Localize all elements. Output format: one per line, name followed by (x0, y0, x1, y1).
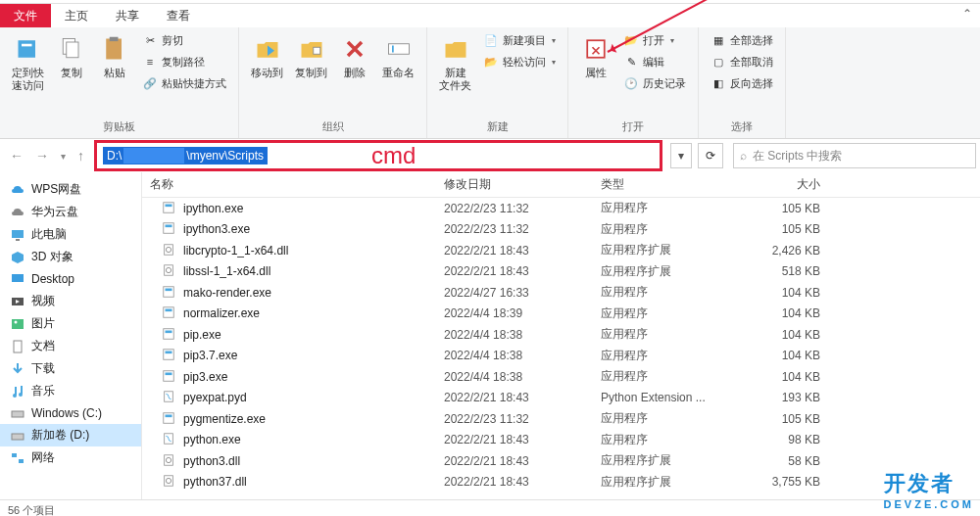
sidebar-item-label: 华为云盘 (31, 204, 78, 220)
delete-button[interactable]: 删除 (333, 29, 376, 83)
col-date[interactable]: 修改日期 (436, 176, 593, 193)
sidebar-item-label: 新加卷 (D:) (31, 427, 89, 444)
table-row[interactable]: ipython3.exe 2022/2/23 11:32 应用程序 105 KB (142, 219, 980, 241)
table-row[interactable]: pyexpat.pyd 2022/2/21 18:43 Python Exten… (142, 388, 980, 409)
sidebar-item[interactable]: 下载 (0, 357, 141, 380)
file-type: 应用程序 (593, 410, 730, 427)
history-icon: 🕑 (623, 75, 639, 91)
table-row[interactable]: python3.dll 2022/2/21 18:43 应用程序扩展 58 KB (142, 450, 980, 472)
file-date: 2022/2/23 11:32 (436, 202, 593, 215)
sidebar-item-label: 视频 (31, 293, 55, 309)
newfolder-button[interactable]: 新建 文件夹 (433, 29, 477, 96)
sidebar-item[interactable]: 文档 (0, 335, 141, 357)
sidebar-item[interactable]: 此电脑 (0, 223, 141, 246)
sidebar-item[interactable]: 音乐 (0, 380, 141, 402)
file-date: 2022/4/4 18:38 (436, 349, 593, 362)
sidebar-item-label: Desktop (31, 272, 74, 286)
group-select-label: 选择 (705, 117, 779, 136)
search-icon: ⌕ (740, 149, 747, 163)
table-row[interactable]: libcrypto-1_1-x64.dll 2022/2/21 18:43 应用… (142, 240, 980, 261)
up-button[interactable]: ↑ (77, 148, 84, 164)
table-row[interactable]: normalizer.exe 2022/4/4 18:39 应用程序 104 K… (142, 304, 980, 325)
history-button[interactable]: 🕑历史记录 (621, 74, 688, 92)
tab-share[interactable]: 共享 (102, 4, 153, 27)
table-row[interactable]: mako-render.exe 2022/4/27 16:33 应用程序 104… (142, 282, 980, 304)
cut-icon: ✂ (142, 32, 158, 48)
newfolder-label: 新建 文件夹 (439, 67, 471, 92)
address-bar[interactable]: D:\\myenv\Scripts cmd (94, 140, 662, 171)
newitem-button[interactable]: 📄新建项目▾ (481, 31, 558, 49)
file-name: pip3.exe (183, 370, 227, 384)
pin-icon (13, 33, 44, 65)
sidebar-item-label: 网络 (31, 449, 55, 466)
tab-view[interactable]: 查看 (153, 4, 204, 27)
paste-button[interactable]: 粘贴 (93, 29, 136, 83)
svg-rect-22 (19, 459, 24, 463)
cut-button[interactable]: ✂剪切 (140, 31, 228, 49)
copypath-button[interactable]: ≡复制路径 (140, 53, 228, 70)
sidebar-item[interactable]: WPS网盘 (0, 178, 141, 201)
sidebar-item[interactable]: Desktop (0, 268, 141, 290)
ribbon-expand-icon[interactable]: ⌃ (955, 4, 980, 27)
sidebar-item[interactable]: 3D 对象 (0, 246, 141, 268)
table-row[interactable]: python37.dll 2022/2/21 18:43 应用程序扩展 3,75… (142, 472, 980, 493)
file-date: 2022/4/4 18:38 (436, 370, 593, 384)
moveto-button[interactable]: 移动到 (245, 29, 289, 83)
sidebar-item[interactable]: 华为云盘 (0, 201, 141, 223)
table-row[interactable]: pip3.exe 2022/4/4 18:38 应用程序 104 KB (142, 366, 980, 388)
group-new-label: 新建 (433, 117, 562, 136)
cloud-gray-icon (10, 205, 25, 220)
invertsel-button[interactable]: ◧反向选择 (709, 74, 775, 92)
address-dropdown[interactable]: ▾ (670, 143, 692, 168)
table-row[interactable]: pip.exe 2022/4/4 18:38 应用程序 104 KB (142, 324, 980, 346)
table-row[interactable]: pip3.7.exe 2022/4/4 18:38 应用程序 104 KB (142, 346, 980, 367)
svg-rect-6 (313, 47, 319, 54)
rename-button[interactable]: 重命名 (376, 29, 420, 83)
moveto-label: 移动到 (251, 67, 283, 79)
sidebar-item[interactable]: 图片 (0, 312, 141, 335)
file-size: 2,426 KB (730, 244, 828, 258)
pasteshortcut-button[interactable]: 🔗粘贴快捷方式 (140, 74, 228, 92)
file-name: ipython.exe (183, 202, 243, 215)
sidebar-item[interactable]: 新加卷 (D:) (0, 424, 141, 446)
table-row[interactable]: pygmentize.exe 2022/2/23 11:32 应用程序 105 … (142, 408, 980, 430)
file-name: pip.exe (183, 328, 221, 342)
file-type: 应用程序扩展 (593, 242, 730, 258)
properties-button[interactable]: 属性 (574, 29, 617, 83)
ribbon-tabs: 文件 主页 共享 查看 ⌃ (0, 4, 980, 27)
tab-home[interactable]: 主页 (51, 4, 102, 27)
file-name: pip3.7.exe (183, 349, 237, 362)
copy-button[interactable]: 复制 (50, 29, 93, 83)
easyaccess-button[interactable]: 📂轻松访问▾ (481, 53, 558, 70)
file-type: 应用程序 (593, 432, 730, 448)
selectall-button[interactable]: ▦全部选择 (709, 31, 775, 49)
col-type[interactable]: 类型 (593, 176, 730, 193)
back-button[interactable]: ← (10, 148, 24, 164)
sidebar-item[interactable]: 网络 (0, 446, 141, 469)
file-date: 2022/2/21 18:43 (436, 244, 593, 258)
table-row[interactable]: ipython.exe 2022/2/23 11:32 应用程序 105 KB (142, 198, 980, 219)
file-icon (162, 327, 177, 343)
svg-rect-5 (110, 37, 119, 41)
copyto-button[interactable]: 复制到 (289, 29, 333, 83)
svg-rect-34 (166, 309, 172, 312)
recent-button[interactable]: ▾ (61, 151, 66, 162)
table-row[interactable]: python.exe 2022/2/21 18:43 应用程序 98 KB (142, 430, 980, 451)
statusbar: 56 个项目 (0, 499, 980, 516)
selectnone-button[interactable]: ▢全部取消 (709, 53, 775, 70)
col-name[interactable]: 名称 (142, 176, 436, 193)
refresh-button[interactable]: ⟳ (698, 143, 723, 168)
table-row[interactable]: libssl-1_1-x64.dll 2022/2/21 18:43 应用程序扩… (142, 261, 980, 283)
col-size[interactable]: 大小 (730, 176, 828, 193)
pin-button[interactable]: 定到快 速访问 (6, 29, 50, 96)
tab-file[interactable]: 文件 (0, 4, 51, 27)
sidebar-item[interactable]: Windows (C:) (0, 402, 141, 424)
svg-rect-36 (166, 330, 172, 333)
file-icon (162, 474, 177, 490)
svg-rect-1 (22, 44, 32, 47)
forward-button[interactable]: → (35, 148, 49, 164)
search-input[interactable]: ⌕ 在 Scripts 中搜索 (733, 143, 976, 168)
file-date: 2022/4/4 18:39 (436, 306, 593, 320)
edit-button[interactable]: ✎编辑 (621, 53, 688, 70)
sidebar-item[interactable]: 视频 (0, 290, 141, 312)
